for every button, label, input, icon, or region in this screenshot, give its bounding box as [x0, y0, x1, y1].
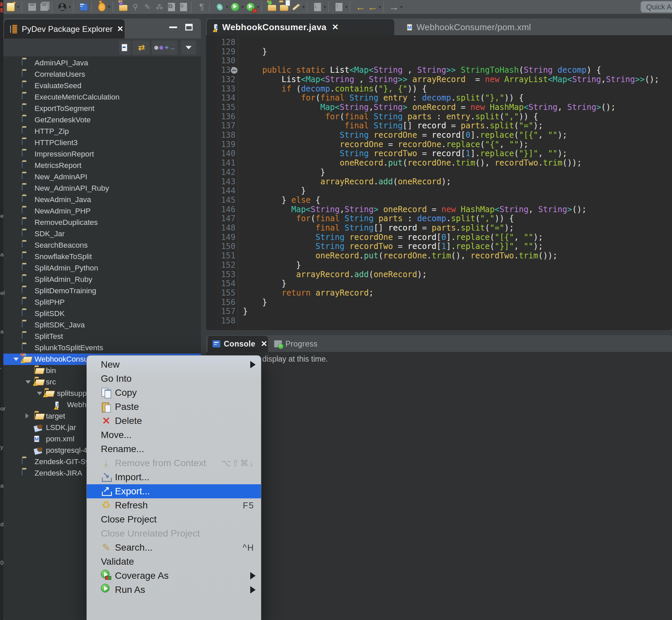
close-icon[interactable]: ✕ — [117, 24, 123, 34]
menu-item-copy[interactable]: Copy — [87, 386, 261, 400]
tree-item-executemetriccalculation[interactable]: ExecuteMetricCalculation — [3, 92, 201, 103]
tree-item-getzendeskvote[interactable]: GetZendeskVote — [3, 114, 201, 126]
tree-item-metricsreport[interactable]: MetricsReport — [3, 160, 201, 171]
tree-item-snowflaketosplit[interactable]: SnowflakeToSplit — [3, 251, 201, 262]
chevron-expanded-icon[interactable] — [37, 392, 42, 395]
dropdown-arrow-icon[interactable]: ▼ — [399, 5, 403, 9]
menu-item-refresh[interactable]: ♻RefreshF5 — [87, 498, 261, 512]
user-profile-icon[interactable] — [57, 2, 67, 12]
open-resource-icon[interactable] — [118, 2, 128, 12]
tree-item-adminapi-java[interactable]: AdminAPI_Java — [3, 57, 201, 69]
tree-item-newadmin-java[interactable]: NewAdmin_Java — [3, 194, 201, 205]
tree-item-new-adminapi-ruby[interactable]: New_AdminAPI_Ruby — [3, 183, 201, 194]
maximize-icon[interactable] — [185, 24, 192, 31]
marker-pen-icon[interactable] — [291, 2, 301, 12]
collapse-all-icon[interactable] — [119, 41, 131, 55]
chevron-collapsed-icon[interactable] — [25, 413, 29, 419]
quick-access-box[interactable]: Quick Ac — [640, 1, 672, 13]
team-sync-icon[interactable]: ⚲ — [130, 2, 141, 12]
line-number: 142 — [206, 168, 235, 177]
back-annotated-icon[interactable]: ← — [355, 2, 366, 12]
minimize-icon[interactable] — [169, 27, 177, 28]
chevron-expanded-icon[interactable] — [13, 358, 19, 361]
fold-marker-icon[interactable] — [231, 67, 237, 74]
menu-item-remove-from-context[interactable]: ⤓Remove from Context⌥⇧⌘↓ — [87, 456, 261, 470]
menu-item-go-into[interactable]: Go Into — [87, 372, 261, 386]
submenu-arrow-icon — [250, 361, 256, 368]
menu-item-export-[interactable]: Export... — [87, 484, 261, 498]
forward-icon[interactable]: → — [389, 2, 399, 12]
menu-item-paste[interactable]: Paste — [87, 400, 261, 414]
tree-item-removeduplicates[interactable]: RemoveDuplicates — [3, 217, 201, 228]
tree-item-evaluateseed[interactable]: EvaluateSeed — [3, 80, 201, 92]
dropdown-arrow-icon[interactable]: ▼ — [323, 5, 327, 9]
tree-item-splunktosplitevents[interactable]: SplunkToSplitEvents — [3, 342, 201, 354]
copy-file-icon[interactable]: ⧉ — [167, 2, 176, 12]
menu-item-import-[interactable]: Import... — [87, 470, 261, 484]
external-tools-icon[interactable]: ⁂ — [155, 2, 165, 12]
open-folder-objects-icon[interactable] — [267, 2, 277, 12]
dropdown-arrow-icon[interactable]: ▼ — [240, 5, 244, 9]
view-menu-icon[interactable] — [181, 41, 196, 55]
pilcrow-icon[interactable]: ¶ — [197, 2, 207, 12]
tree-item-sdk-jar[interactable]: SDK_Jar — [3, 228, 201, 240]
tree-item-splitsdk[interactable]: SplitSDK — [3, 308, 201, 319]
dropdown-arrow-icon[interactable]: ▼ — [301, 5, 305, 9]
dropdown-arrow-icon[interactable]: ▼ — [344, 5, 348, 9]
export-file-icon[interactable]: ↑ — [334, 2, 344, 12]
paste-folder-icon[interactable] — [279, 2, 289, 12]
tab-progress[interactable]: Progress — [271, 336, 318, 352]
menu-item-new[interactable]: New — [87, 358, 261, 372]
menu-item-close-project[interactable]: Close Project — [87, 512, 261, 526]
pydev-debug-icon[interactable] — [215, 2, 225, 12]
menu-item-close-unrelated-project[interactable]: Close Unrelated Project — [87, 526, 261, 540]
dropdown-arrow-icon[interactable]: ▼ — [68, 5, 72, 9]
tree-item-splitdemotraining[interactable]: SplitDemoTraining — [3, 285, 201, 297]
tab-webhookconsumer-java[interactable]: J! WebhookConsumer.java ✕ — [207, 19, 394, 35]
tab-pydev-package-explorer[interactable]: PyDev Package Explorer ✕ — [4, 19, 125, 39]
dropdown-arrow-icon[interactable]: ▼ — [107, 5, 111, 9]
tree-item-newadmin-php[interactable]: NewAdmin_PHP — [3, 205, 201, 217]
profile-run-icon[interactable] — [245, 2, 256, 12]
menu-item-coverage-as[interactable]: Coverage As — [87, 569, 261, 583]
outline-list-icon[interactable]: ≡ — [178, 2, 188, 12]
close-icon[interactable]: ✕ — [332, 22, 339, 32]
filters-icon[interactable]: +→ — [152, 41, 177, 55]
tree-item-impressionreport[interactable]: ImpressionReport — [3, 149, 201, 160]
format-pencil-icon[interactable]: ✎ — [143, 2, 153, 12]
dropdown-arrow-icon[interactable]: ▼ — [16, 5, 20, 9]
tree-item-splitadmin-ruby[interactable]: SplitAdmin_Ruby — [3, 274, 201, 285]
menu-item-move-[interactable]: Move... — [87, 428, 261, 442]
tree-item-searchbeacons[interactable]: SearchBeacons — [3, 240, 201, 251]
link-with-editor-icon[interactable]: ⇄ — [132, 41, 150, 55]
console-view-icon[interactable] — [79, 2, 89, 12]
new-wizard-icon[interactable] — [6, 2, 16, 12]
debug-icon[interactable] — [97, 2, 107, 12]
save-all-icon[interactable] — [39, 2, 49, 12]
menu-item-validate[interactable]: Validate — [87, 555, 261, 569]
dropdown-arrow-icon[interactable]: ▼ — [225, 5, 229, 9]
dropdown-arrow-icon[interactable]: ▼ — [378, 5, 382, 9]
tree-item-correlateusers[interactable]: CorrelateUsers — [3, 69, 201, 80]
menu-item-rename-[interactable]: Rename... — [87, 442, 261, 456]
tree-item-splitphp[interactable]: SplitPHP — [3, 297, 201, 308]
tree-item-http-zip[interactable]: HTTP_Zip — [3, 126, 201, 137]
back-icon[interactable]: ← — [368, 2, 378, 12]
save-icon[interactable] — [27, 2, 37, 12]
menu-item-delete[interactable]: ✕Delete — [87, 414, 261, 428]
tree-item-splitsdk-java[interactable]: SplitSDK_Java — [3, 319, 201, 331]
tab-pom-xml[interactable]: M WebhookConsumer/pom.xml — [400, 19, 531, 35]
code-editor[interactable]: 128129 }130131 public static List<Map<St… — [206, 35, 672, 330]
tab-console[interactable]: Console ✕ — [208, 336, 268, 352]
import-file-icon[interactable]: ↓ — [313, 2, 323, 12]
menu-item-run-as[interactable]: Run As — [87, 583, 261, 597]
tree-item-new-adminapi[interactable]: New_AdminAPI — [3, 171, 201, 183]
tree-item-splittest[interactable]: SplitTest — [3, 331, 201, 342]
tree-item-splitadmin-python[interactable]: SplitAdmin_Python — [3, 262, 201, 274]
menu-item-search-[interactable]: ✎Search...^H — [87, 540, 261, 555]
tree-item-exporttosegment[interactable]: ExportToSegment — [3, 103, 201, 114]
chevron-expanded-icon[interactable] — [25, 380, 31, 384]
close-icon[interactable]: ✕ — [261, 339, 267, 349]
tree-item-httpclient3[interactable]: HTTPClient3 — [3, 137, 201, 149]
run-icon[interactable] — [230, 2, 240, 12]
